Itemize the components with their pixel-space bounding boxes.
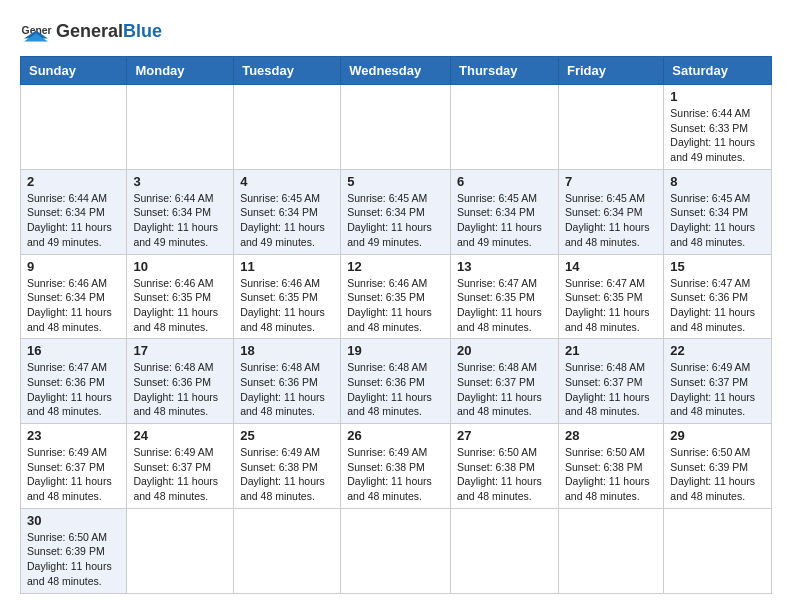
calendar-cell: 22Sunrise: 6:49 AM Sunset: 6:37 PM Dayli… bbox=[664, 339, 772, 424]
calendar-cell: 29Sunrise: 6:50 AM Sunset: 6:39 PM Dayli… bbox=[664, 424, 772, 509]
day-number: 25 bbox=[240, 428, 334, 443]
day-of-week-header: Wednesday bbox=[341, 57, 451, 85]
day-number: 30 bbox=[27, 513, 120, 528]
calendar-cell: 19Sunrise: 6:48 AM Sunset: 6:36 PM Dayli… bbox=[341, 339, 451, 424]
calendar-cell bbox=[451, 85, 559, 170]
calendar-cell bbox=[664, 508, 772, 593]
day-info: Sunrise: 6:50 AM Sunset: 6:38 PM Dayligh… bbox=[565, 445, 657, 504]
day-number: 20 bbox=[457, 343, 552, 358]
day-number: 29 bbox=[670, 428, 765, 443]
day-number: 8 bbox=[670, 174, 765, 189]
day-info: Sunrise: 6:44 AM Sunset: 6:34 PM Dayligh… bbox=[133, 191, 227, 250]
day-number: 14 bbox=[565, 259, 657, 274]
day-info: Sunrise: 6:47 AM Sunset: 6:35 PM Dayligh… bbox=[457, 276, 552, 335]
page-header: General GeneralBlue bbox=[20, 16, 772, 48]
calendar-cell: 5Sunrise: 6:45 AM Sunset: 6:34 PM Daylig… bbox=[341, 169, 451, 254]
calendar-cell bbox=[341, 85, 451, 170]
day-info: Sunrise: 6:47 AM Sunset: 6:35 PM Dayligh… bbox=[565, 276, 657, 335]
day-number: 18 bbox=[240, 343, 334, 358]
logo-text: GeneralBlue bbox=[56, 22, 162, 42]
day-info: Sunrise: 6:48 AM Sunset: 6:36 PM Dayligh… bbox=[240, 360, 334, 419]
day-info: Sunrise: 6:45 AM Sunset: 6:34 PM Dayligh… bbox=[565, 191, 657, 250]
day-of-week-header: Sunday bbox=[21, 57, 127, 85]
day-number: 19 bbox=[347, 343, 444, 358]
day-of-week-header: Saturday bbox=[664, 57, 772, 85]
day-number: 21 bbox=[565, 343, 657, 358]
calendar-cell bbox=[341, 508, 451, 593]
day-info: Sunrise: 6:45 AM Sunset: 6:34 PM Dayligh… bbox=[670, 191, 765, 250]
day-number: 4 bbox=[240, 174, 334, 189]
calendar-cell bbox=[234, 508, 341, 593]
calendar-cell: 2Sunrise: 6:44 AM Sunset: 6:34 PM Daylig… bbox=[21, 169, 127, 254]
day-number: 12 bbox=[347, 259, 444, 274]
day-info: Sunrise: 6:46 AM Sunset: 6:35 PM Dayligh… bbox=[133, 276, 227, 335]
day-info: Sunrise: 6:49 AM Sunset: 6:38 PM Dayligh… bbox=[240, 445, 334, 504]
calendar-table: SundayMondayTuesdayWednesdayThursdayFrid… bbox=[20, 56, 772, 594]
calendar-cell bbox=[451, 508, 559, 593]
day-info: Sunrise: 6:46 AM Sunset: 6:34 PM Dayligh… bbox=[27, 276, 120, 335]
calendar-cell: 12Sunrise: 6:46 AM Sunset: 6:35 PM Dayli… bbox=[341, 254, 451, 339]
day-info: Sunrise: 6:48 AM Sunset: 6:37 PM Dayligh… bbox=[565, 360, 657, 419]
day-number: 6 bbox=[457, 174, 552, 189]
calendar-cell bbox=[558, 508, 663, 593]
day-of-week-header: Thursday bbox=[451, 57, 559, 85]
day-info: Sunrise: 6:49 AM Sunset: 6:38 PM Dayligh… bbox=[347, 445, 444, 504]
day-info: Sunrise: 6:49 AM Sunset: 6:37 PM Dayligh… bbox=[670, 360, 765, 419]
calendar-week-row: 30Sunrise: 6:50 AM Sunset: 6:39 PM Dayli… bbox=[21, 508, 772, 593]
day-number: 24 bbox=[133, 428, 227, 443]
calendar-cell bbox=[127, 85, 234, 170]
day-info: Sunrise: 6:44 AM Sunset: 6:33 PM Dayligh… bbox=[670, 106, 765, 165]
day-info: Sunrise: 6:45 AM Sunset: 6:34 PM Dayligh… bbox=[347, 191, 444, 250]
day-info: Sunrise: 6:45 AM Sunset: 6:34 PM Dayligh… bbox=[240, 191, 334, 250]
calendar-header-row: SundayMondayTuesdayWednesdayThursdayFrid… bbox=[21, 57, 772, 85]
day-info: Sunrise: 6:48 AM Sunset: 6:37 PM Dayligh… bbox=[457, 360, 552, 419]
day-number: 22 bbox=[670, 343, 765, 358]
calendar-cell: 6Sunrise: 6:45 AM Sunset: 6:34 PM Daylig… bbox=[451, 169, 559, 254]
calendar-cell: 21Sunrise: 6:48 AM Sunset: 6:37 PM Dayli… bbox=[558, 339, 663, 424]
calendar-week-row: 2Sunrise: 6:44 AM Sunset: 6:34 PM Daylig… bbox=[21, 169, 772, 254]
day-info: Sunrise: 6:45 AM Sunset: 6:34 PM Dayligh… bbox=[457, 191, 552, 250]
day-info: Sunrise: 6:46 AM Sunset: 6:35 PM Dayligh… bbox=[347, 276, 444, 335]
day-info: Sunrise: 6:48 AM Sunset: 6:36 PM Dayligh… bbox=[133, 360, 227, 419]
day-number: 1 bbox=[670, 89, 765, 104]
calendar-cell: 28Sunrise: 6:50 AM Sunset: 6:38 PM Dayli… bbox=[558, 424, 663, 509]
calendar-cell: 18Sunrise: 6:48 AM Sunset: 6:36 PM Dayli… bbox=[234, 339, 341, 424]
logo: General GeneralBlue bbox=[20, 16, 162, 48]
calendar-cell bbox=[558, 85, 663, 170]
day-info: Sunrise: 6:44 AM Sunset: 6:34 PM Dayligh… bbox=[27, 191, 120, 250]
day-number: 17 bbox=[133, 343, 227, 358]
day-number: 11 bbox=[240, 259, 334, 274]
day-number: 26 bbox=[347, 428, 444, 443]
day-info: Sunrise: 6:50 AM Sunset: 6:38 PM Dayligh… bbox=[457, 445, 552, 504]
calendar-cell: 9Sunrise: 6:46 AM Sunset: 6:34 PM Daylig… bbox=[21, 254, 127, 339]
day-number: 3 bbox=[133, 174, 227, 189]
day-info: Sunrise: 6:48 AM Sunset: 6:36 PM Dayligh… bbox=[347, 360, 444, 419]
calendar-cell: 14Sunrise: 6:47 AM Sunset: 6:35 PM Dayli… bbox=[558, 254, 663, 339]
day-number: 13 bbox=[457, 259, 552, 274]
calendar-cell: 1Sunrise: 6:44 AM Sunset: 6:33 PM Daylig… bbox=[664, 85, 772, 170]
calendar-cell bbox=[127, 508, 234, 593]
day-number: 10 bbox=[133, 259, 227, 274]
calendar-cell bbox=[234, 85, 341, 170]
day-info: Sunrise: 6:50 AM Sunset: 6:39 PM Dayligh… bbox=[670, 445, 765, 504]
calendar-week-row: 23Sunrise: 6:49 AM Sunset: 6:37 PM Dayli… bbox=[21, 424, 772, 509]
calendar-cell: 30Sunrise: 6:50 AM Sunset: 6:39 PM Dayli… bbox=[21, 508, 127, 593]
calendar-cell: 10Sunrise: 6:46 AM Sunset: 6:35 PM Dayli… bbox=[127, 254, 234, 339]
calendar-cell: 7Sunrise: 6:45 AM Sunset: 6:34 PM Daylig… bbox=[558, 169, 663, 254]
day-number: 27 bbox=[457, 428, 552, 443]
day-info: Sunrise: 6:47 AM Sunset: 6:36 PM Dayligh… bbox=[27, 360, 120, 419]
day-info: Sunrise: 6:50 AM Sunset: 6:39 PM Dayligh… bbox=[27, 530, 120, 589]
day-number: 28 bbox=[565, 428, 657, 443]
calendar-cell: 20Sunrise: 6:48 AM Sunset: 6:37 PM Dayli… bbox=[451, 339, 559, 424]
calendar-cell: 8Sunrise: 6:45 AM Sunset: 6:34 PM Daylig… bbox=[664, 169, 772, 254]
calendar-cell: 23Sunrise: 6:49 AM Sunset: 6:37 PM Dayli… bbox=[21, 424, 127, 509]
day-of-week-header: Friday bbox=[558, 57, 663, 85]
calendar-cell: 4Sunrise: 6:45 AM Sunset: 6:34 PM Daylig… bbox=[234, 169, 341, 254]
day-number: 23 bbox=[27, 428, 120, 443]
calendar-cell: 25Sunrise: 6:49 AM Sunset: 6:38 PM Dayli… bbox=[234, 424, 341, 509]
day-info: Sunrise: 6:49 AM Sunset: 6:37 PM Dayligh… bbox=[27, 445, 120, 504]
day-number: 5 bbox=[347, 174, 444, 189]
calendar-cell bbox=[21, 85, 127, 170]
calendar-cell: 11Sunrise: 6:46 AM Sunset: 6:35 PM Dayli… bbox=[234, 254, 341, 339]
calendar-cell: 3Sunrise: 6:44 AM Sunset: 6:34 PM Daylig… bbox=[127, 169, 234, 254]
